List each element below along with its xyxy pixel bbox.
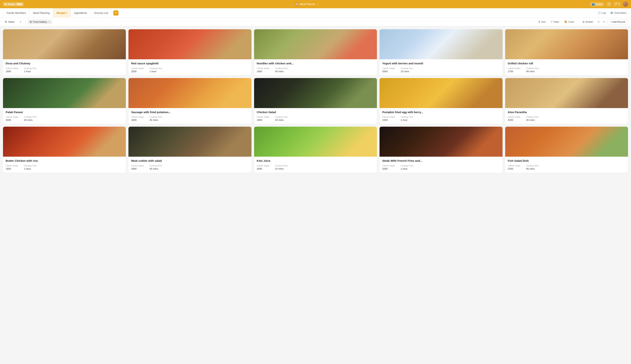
time-label: Cooking Time [401, 116, 413, 118]
card-image-wrap: ⋯ [505, 127, 628, 157]
card-image-wrap: ⋯ [254, 78, 377, 108]
color-button[interactable]: 🎨 Color [562, 20, 576, 24]
recipe-card[interactable]: ⋯ Grilled chicken roll Calorie Intake 17… [505, 29, 628, 76]
sort-button[interactable]: ⇅ Sort [536, 20, 548, 24]
views-button[interactable]: ☰ Views [3, 20, 16, 24]
recipe-card[interactable]: ⋯ Kiwi Juice Calorie Intake 2000 Cooking… [254, 127, 377, 173]
recipe-card[interactable]: ⋯ Aloo Parantha Calorie Intake 2200 Cook… [505, 78, 628, 124]
tables-logo[interactable]: ⊞ Tables Beta [3, 2, 24, 6]
recipe-card[interactable]: ⋯ Palak Paneer Calorie Intake 3000 Cooki… [3, 78, 126, 124]
recipe-card[interactable]: ⋯ Chicken Salad Calorie Intake 1800 Cook… [254, 78, 377, 124]
card-image-wrap: ⋯ [3, 127, 126, 157]
time-value: 1 hour [24, 167, 37, 170]
redo-button[interactable]: ↪ [602, 20, 606, 24]
time-label: Cooking Time [275, 164, 288, 167]
card-image [254, 127, 377, 157]
card-image [128, 127, 251, 157]
recipe-card[interactable]: ⋯ Noodles with chicken and... Calorie In… [254, 29, 377, 76]
calorie-value: 2000 [382, 167, 395, 170]
log-button[interactable]: 🕐 Log [596, 11, 607, 15]
help-button[interactable]: ? [606, 2, 611, 6]
time-value: 15 mins [401, 70, 413, 73]
header-right: 👥 Share ? 🔔 [590, 2, 628, 7]
share-icon: 👥 [592, 3, 595, 6]
time-value: 1 hour [401, 118, 413, 122]
header-center: 🏠 Meal Planner ⋮ [295, 2, 319, 6]
calories-col: Calorie Intake 1800 [6, 67, 19, 73]
recipe-card[interactable]: ⋯ Fish Salad Dish Calorie Intake 2200 Co… [505, 127, 628, 173]
card-body: Kiwi Juice Calorie Intake 2000 Cooking T… [254, 157, 377, 173]
time-value: 30 mins [275, 118, 288, 122]
add-record-button[interactable]: + Add Record [607, 19, 628, 24]
add-view-button[interactable]: + [18, 20, 23, 24]
card-image [3, 78, 126, 108]
notifications-button[interactable]: 🔔 [614, 2, 620, 6]
card-image-wrap: ⋯ [128, 127, 251, 157]
card-body: Noodles with chicken and... Calorie Inta… [254, 59, 377, 76]
toolbar-right: ⇅ Sort ▽ Filter 🎨 Color ⊞ Builder ↩ ↪ + … [536, 19, 628, 24]
card-image-wrap: ⋯ [380, 29, 502, 59]
calorie-value: 3000 [6, 118, 19, 122]
recipe-card[interactable]: ⋯ Butter Chicken with rice Calorie Intak… [3, 127, 126, 173]
home-icon: 🏠 [295, 2, 298, 6]
recipe-card[interactable]: ⋯ Steak With French Fries and... Calorie… [380, 127, 502, 173]
card-body: Chicken Salad Calorie Intake 1800 Cookin… [254, 108, 377, 124]
recipe-card[interactable]: ⋯ Dosa and Chutney Calorie Intake 1800 C… [3, 29, 126, 76]
automation-button[interactable]: ⚙️ Automation [609, 11, 628, 15]
filter-button[interactable]: ▽ Filter [549, 20, 561, 24]
time-value: 45 mins [24, 118, 37, 122]
tab-family-members[interactable]: Family Members [3, 8, 30, 18]
calorie-label: Calorie Intake [6, 67, 19, 70]
card-title: Steak With French Fries and... [382, 159, 500, 163]
calorie-label: Calorie Intake [508, 116, 521, 118]
recipe-card[interactable]: ⋯ Red sauce spaghetti Calorie Intake 200… [128, 29, 251, 76]
card-body: Butter Chicken with rice Calorie Intake … [3, 157, 126, 173]
divider2 [578, 20, 578, 24]
time-label: Cooking Time [275, 116, 288, 118]
time-value: 45 mins [149, 167, 162, 170]
tables-label: Tables [8, 3, 15, 6]
card-title: Aloo Parantha [508, 110, 625, 114]
calorie-label: Calorie Intake [382, 164, 395, 167]
calorie-value: 1800 [131, 167, 144, 170]
time-col: Cooking Time 1 hour [149, 67, 162, 73]
undo-button[interactable]: ↩ [597, 20, 601, 24]
card-meta: Calorie Intake 2000 Cooking Time 1 hour [382, 164, 500, 170]
card-meta: Calorie Intake 2200 Cooking Time 45 mins [508, 116, 625, 122]
time-col: Cooking Time 1 hour [24, 164, 37, 170]
recipe-card[interactable]: ⋯ Meat cutlets with salad Calorie Intake… [128, 127, 251, 173]
card-image-wrap: ⋯ [3, 29, 126, 59]
card-body: Fish Salad Dish Calorie Intake 2200 Cook… [505, 157, 628, 173]
builder-button[interactable]: ⊞ Builder [581, 20, 595, 24]
current-view[interactable]: ⊞ Food Gallery ⋯ [28, 20, 52, 24]
time-col: Cooking Time 1 hour [401, 164, 413, 170]
card-meta: Calorie Intake 2200 Cooking Time 45 mins [508, 164, 625, 170]
builder-icon: ⊞ [582, 20, 585, 23]
card-title: Yogurt with berries and muesli [382, 62, 500, 65]
time-col: Cooking Time 1 hour [24, 67, 37, 73]
card-title: Noodles with chicken and... [257, 62, 374, 65]
avatar[interactable] [623, 2, 628, 7]
tab-meal-planning[interactable]: Meal Planning [30, 8, 53, 18]
tab-ingredients[interactable]: Ingredients [71, 8, 91, 18]
add-tab-button[interactable]: + [113, 10, 119, 16]
recipe-card[interactable]: ⋯ Pumpkin fried egg with berry... Calori… [380, 78, 502, 124]
tab-dropdown-icon: ▾ [66, 12, 67, 14]
time-col: Cooking Time 15 mins [275, 164, 288, 170]
calories-col: Calorie Intake 2000 [382, 67, 395, 73]
recipe-card[interactable]: ⋯ Yogurt with berries and muesli Calorie… [380, 29, 502, 76]
calorie-value: 2000 [131, 70, 144, 73]
tab-recipe[interactable]: Recipe ▾ [53, 8, 71, 18]
calorie-label: Calorie Intake [257, 116, 269, 118]
card-meta: Calorie Intake 1600 Cooking Time 1 hour [6, 164, 123, 170]
time-col: Cooking Time 45 mins [526, 116, 539, 122]
tab-grocery-list[interactable]: Grocery List [91, 8, 112, 18]
calorie-label: Calorie Intake [508, 67, 521, 70]
recipe-card[interactable]: ⋯ Sausage with fried potatoes... Calorie… [128, 78, 251, 124]
calorie-value: 2200 [508, 167, 521, 170]
card-image [254, 29, 377, 59]
calories-col: Calorie Intake 2000 [131, 67, 144, 73]
share-button[interactable]: 👥 Share [590, 2, 604, 6]
title-options-icon[interactable]: ⋮ [316, 3, 319, 6]
card-meta: Calorie Intake 1700 Cooking Time 45 mins [508, 67, 625, 73]
